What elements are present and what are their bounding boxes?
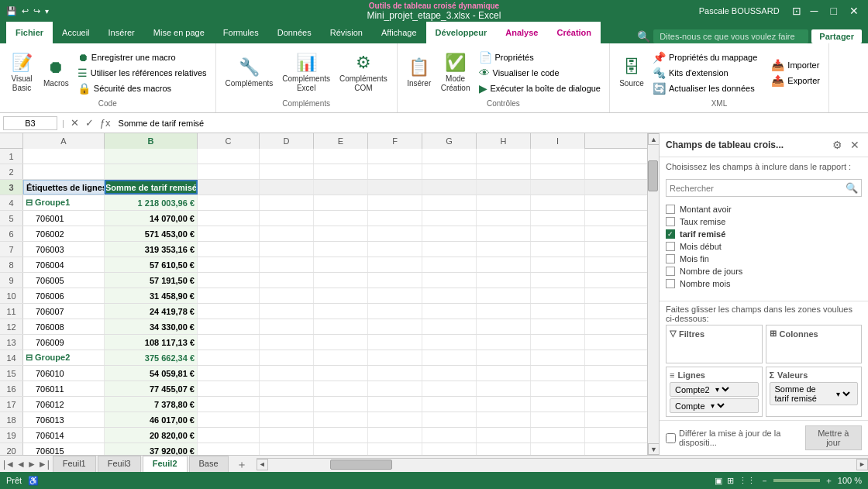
cell-b6[interactable]: 571 453,00 € (105, 226, 198, 241)
proprietes-button[interactable]: 📄 Propriétés (477, 50, 604, 64)
update-button[interactable]: Mettre à jour (805, 425, 862, 450)
help-search-input[interactable] (653, 29, 808, 43)
tab-developpeur[interactable]: Développeur (426, 22, 497, 43)
field-checkbox-nombre-jours[interactable] (666, 267, 675, 276)
tab-inserer[interactable]: Insérer (99, 22, 144, 43)
inserer-control-button[interactable]: 📋 Insérer (404, 56, 435, 90)
macro-security-button[interactable]: 🔒 Sécurité des macros (75, 81, 209, 95)
zoom-plus-icon[interactable]: ＋ (825, 475, 833, 487)
row-number[interactable]: 4 (0, 195, 23, 210)
cell-c2[interactable] (198, 164, 260, 179)
cell-a10[interactable]: 706006 (23, 288, 105, 303)
undo-icon[interactable]: ↩ (22, 6, 29, 16)
cell-a8[interactable]: 706004 (23, 257, 105, 272)
cell-b4[interactable]: 1 218 003,96 € (105, 195, 198, 210)
col-header-g[interactable]: G (422, 133, 477, 149)
compte-dropdown[interactable]: ▾ (708, 401, 727, 411)
horizontal-scrollbar[interactable]: ◄ ► (257, 458, 868, 470)
view-page-break-icon[interactable]: ⋮⋮ (739, 476, 756, 486)
proprietes-mappage-button[interactable]: 📌 Propriétés du mappage (650, 50, 760, 64)
panel-settings-icon[interactable]: ⚙ (830, 138, 845, 152)
row-number[interactable]: 19 (0, 428, 23, 443)
cell-f2[interactable] (368, 164, 422, 179)
complements-com-button[interactable]: ⚙ ComplémentsCOM (336, 51, 391, 95)
defer-checkbox-input[interactable] (666, 433, 676, 443)
cell-b10[interactable]: 31 458,90 € (105, 288, 198, 303)
field-item-nombre-mois[interactable]: Nombre mois (660, 277, 868, 290)
sheet-next-btn[interactable]: ► (27, 459, 36, 470)
row-number[interactable]: 13 (0, 335, 23, 350)
scroll-left-arrow[interactable]: ◄ (257, 459, 268, 470)
source-button[interactable]: 🗄 Source (616, 56, 647, 90)
cell-b8[interactable]: 57 610,50 € (105, 257, 198, 272)
cell-a7[interactable]: 706003 (23, 242, 105, 257)
cell-b1[interactable] (105, 149, 198, 164)
sheet-prev-btn[interactable]: ◄ (16, 459, 26, 470)
cell-d4[interactable] (260, 195, 314, 210)
cell-d2[interactable] (260, 164, 314, 179)
cell-h1[interactable] (477, 149, 531, 164)
cell-e4[interactable] (314, 195, 368, 210)
etiquettes-header[interactable]: Étiquettes de lignes ▼ (23, 180, 105, 195)
share-button[interactable]: Partager (811, 29, 862, 43)
col-header-i[interactable]: I (531, 133, 585, 149)
formula-input[interactable] (115, 117, 865, 129)
cell-b9[interactable]: 57 191,50 € (105, 273, 198, 288)
cell-h2[interactable] (477, 164, 531, 179)
complements-excel-button[interactable]: 📊 ComplémentsExcel (279, 51, 333, 95)
add-sheet-button[interactable]: ＋ (230, 456, 253, 472)
colonnes-zone[interactable]: ⊞ Colonnes (766, 325, 863, 363)
row-number[interactable]: 1 (0, 149, 23, 164)
somme-tarif-dropdown[interactable]: ▾ (833, 389, 852, 399)
row-number[interactable]: 10 (0, 288, 23, 303)
cell-b5[interactable]: 14 070,00 € (105, 211, 198, 226)
col-header-f[interactable]: F (368, 133, 422, 149)
cell-h4[interactable] (477, 195, 531, 210)
row-number[interactable]: 2 (0, 164, 23, 179)
cell-a13[interactable]: 706009 (23, 335, 105, 350)
cell-a5[interactable]: 706001 (23, 211, 105, 226)
valeurs-zone[interactable]: Σ Valeurs Somme de tarif remisé ▾ (766, 367, 863, 417)
h-scroll-track[interactable] (268, 460, 856, 470)
sheet-first-btn[interactable]: |◄ (3, 459, 15, 470)
col-header-e[interactable]: E (314, 133, 368, 149)
tab-fichier[interactable]: Fichier (6, 22, 53, 43)
record-macro-button[interactable]: ⏺ Enregistrer une macro (75, 50, 209, 64)
cell-e2[interactable] (314, 164, 368, 179)
redo-icon[interactable]: ↪ (33, 6, 40, 16)
field-item-mois-fin[interactable]: Mois fin (660, 253, 868, 265)
cell-c3[interactable] (198, 180, 260, 195)
compte2-dropdown[interactable]: ▾ (712, 384, 732, 394)
col-header-h[interactable]: H (477, 133, 531, 149)
cell-a1[interactable] (23, 149, 105, 164)
row-number[interactable]: 6 (0, 226, 23, 241)
vertical-scrollbar[interactable]: ▲ ▼ (647, 133, 659, 455)
field-checkbox-taux-remise[interactable] (666, 217, 675, 226)
visualiser-code-button[interactable]: 👁 Visualiser le code (477, 66, 604, 80)
cell-f4[interactable] (368, 195, 422, 210)
somme-header[interactable]: Somme de tarif remisé (105, 180, 198, 195)
sheet-tab-feuil3[interactable]: Feuil3 (98, 456, 141, 472)
close-button[interactable]: ✕ (846, 5, 862, 17)
row-number[interactable]: 15 (0, 366, 23, 381)
tab-formules[interactable]: Formules (214, 22, 268, 43)
cell-g4[interactable] (422, 195, 477, 210)
row-number[interactable]: 8 (0, 257, 23, 272)
cell-reference-input[interactable] (3, 116, 57, 130)
cell-a9[interactable]: 706005 (23, 273, 105, 288)
cell-a4[interactable]: ⊟ Groupe1 (23, 195, 105, 210)
field-checkbox-nombre-mois[interactable] (666, 279, 675, 288)
cell-i4[interactable] (531, 195, 585, 210)
cell-d1[interactable] (260, 149, 314, 164)
view-layout-icon[interactable]: ⊞ (727, 476, 734, 486)
ribbon-display-icon[interactable]: ⊡ (792, 5, 801, 17)
sheet-last-btn[interactable]: ►| (38, 459, 50, 470)
row-number[interactable]: 16 (0, 381, 23, 396)
col-header-a[interactable]: A (23, 133, 105, 149)
field-item-montant-avoir[interactable]: Montant avoir (660, 203, 868, 215)
cell-b2[interactable] (105, 164, 198, 179)
cell-f3[interactable] (368, 180, 422, 195)
row-number[interactable]: 7 (0, 242, 23, 257)
scroll-up-arrow[interactable]: ▲ (648, 133, 659, 145)
minimize-button[interactable]: ─ (808, 5, 822, 17)
